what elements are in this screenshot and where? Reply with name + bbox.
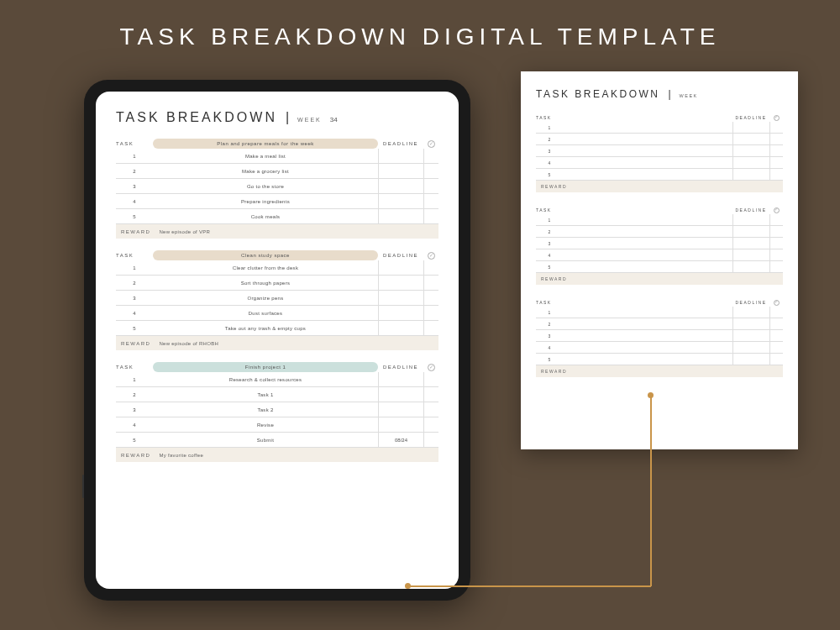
subtask-row: 4Prepare ingredients bbox=[116, 194, 438, 209]
column-deadline-label: DEADLINE bbox=[378, 363, 423, 371]
tablet-screen: TASK BREAKDOWN | WEEK 34 TASKPlan and pr… bbox=[96, 92, 459, 589]
task-block: TASKDEADLINE12345REWARD bbox=[536, 298, 783, 377]
reward-row: REWARDNew episode of RHOBH bbox=[116, 336, 438, 350]
subtask-number: 4 bbox=[116, 199, 153, 204]
subtask-number: 2 bbox=[536, 322, 563, 327]
column-task-label: TASK bbox=[536, 206, 563, 214]
subtask-check-cell bbox=[769, 169, 783, 180]
subtask-text: Task 2 bbox=[153, 407, 378, 412]
check-circle-icon bbox=[774, 207, 780, 213]
subtask-check-cell bbox=[423, 260, 438, 275]
check-circle-icon bbox=[428, 140, 435, 148]
subtask-number: 3 bbox=[116, 184, 153, 189]
page-title: TASK BREAKDOWN DIGITAL TEMPLATE bbox=[0, 0, 840, 50]
column-deadline-label: DEADLINE bbox=[732, 206, 769, 214]
subtask-row: 1Research & collect resources bbox=[116, 372, 438, 387]
subtask-text: Prepare ingredients bbox=[153, 199, 378, 204]
task-block: TASKDEADLINE12345REWARD bbox=[536, 113, 783, 192]
subtask-deadline bbox=[378, 276, 423, 290]
task-header-row: TASKClean study spaceDEADLINE bbox=[116, 250, 438, 260]
subtask-number: 1 bbox=[536, 218, 563, 223]
column-check-header bbox=[769, 207, 783, 213]
reward-row: REWARDMy favorite coffee bbox=[116, 448, 438, 462]
column-deadline-label: DEADLINE bbox=[732, 113, 769, 122]
subtask-number: 3 bbox=[536, 149, 563, 154]
subtask-deadline-empty bbox=[732, 330, 769, 341]
subtask-row: 4 bbox=[536, 342, 783, 354]
task-title-chip: Clean study space bbox=[153, 250, 378, 260]
week-label: WEEK bbox=[680, 93, 698, 98]
subtask-check-cell bbox=[769, 157, 783, 168]
subtask-row: 3Go to the store bbox=[116, 179, 438, 194]
subtask-deadline-empty bbox=[732, 342, 769, 353]
task-title-chip: Plan and prepare meals for the week bbox=[153, 139, 378, 149]
subtask-deadline bbox=[378, 306, 423, 320]
reward-label: REWARD bbox=[541, 276, 567, 281]
column-deadline-label: DEADLINE bbox=[378, 139, 423, 148]
title-divider: | bbox=[286, 110, 289, 125]
subtask-deadline bbox=[378, 194, 423, 208]
subtask-number: 2 bbox=[536, 229, 563, 234]
subtask-deadline bbox=[378, 321, 423, 335]
subtask-check-cell bbox=[769, 249, 783, 260]
subtask-number: 5 bbox=[116, 438, 153, 443]
subtask-number: 3 bbox=[536, 333, 563, 339]
subtask-deadline-empty bbox=[732, 318, 769, 329]
subtask-text: Task 1 bbox=[153, 392, 378, 397]
subtask-check-cell bbox=[769, 261, 783, 272]
subtask-row: 2 bbox=[536, 134, 783, 145]
check-circle-icon bbox=[774, 115, 780, 121]
subtask-check-cell bbox=[423, 433, 438, 447]
subtask-row: 3 bbox=[536, 238, 783, 249]
tablet-device: TASK BREAKDOWN | WEEK 34 TASKPlan and pr… bbox=[84, 80, 470, 601]
subtask-check-cell bbox=[769, 214, 783, 225]
subtask-row: 5Cook meals bbox=[116, 209, 438, 224]
subtask-deadline-empty bbox=[732, 354, 769, 365]
subtask-deadline bbox=[378, 149, 423, 163]
subtask-deadline-empty bbox=[732, 226, 769, 237]
subtask-text: Dust surfaces bbox=[153, 311, 378, 316]
subtask-number: 4 bbox=[116, 311, 153, 316]
subtask-deadline-empty bbox=[732, 249, 769, 260]
subtask-number: 1 bbox=[116, 377, 153, 382]
subtask-check-cell bbox=[769, 145, 783, 156]
task-header-row: TASKPlan and prepare meals for the weekD… bbox=[116, 139, 438, 149]
subtask-check-cell bbox=[423, 306, 438, 320]
blank-template-page: TASK BREAKDOWN | WEEK TASKDEADLINE12345R… bbox=[521, 71, 798, 449]
subtask-deadline bbox=[378, 209, 423, 223]
subtask-check-cell bbox=[423, 372, 438, 386]
week-number: 34 bbox=[330, 116, 338, 123]
reward-text: New episode of RHOBH bbox=[159, 341, 218, 346]
subtask-check-cell bbox=[769, 342, 783, 353]
reward-row: REWARD bbox=[536, 365, 783, 377]
subtask-deadline-empty bbox=[732, 134, 769, 144]
subtask-deadline: 08/24 bbox=[378, 433, 423, 447]
subtask-deadline-empty bbox=[732, 169, 769, 180]
subtask-check-cell bbox=[423, 149, 438, 163]
subtask-row: 5 bbox=[536, 169, 783, 181]
subtask-row: 2Task 1 bbox=[116, 387, 438, 402]
subtask-deadline-empty bbox=[732, 214, 769, 225]
task-header-row: TASKDEADLINE bbox=[536, 206, 783, 214]
reward-label: REWARD bbox=[121, 453, 150, 458]
subtask-deadline bbox=[378, 417, 423, 432]
subtask-row: 4Dust surfaces bbox=[116, 306, 438, 321]
check-circle-icon bbox=[774, 300, 780, 306]
column-deadline-label: DEADLINE bbox=[732, 298, 769, 307]
subtask-text: Clear clutter from the desk bbox=[153, 265, 378, 270]
planner-title: TASK BREAKDOWN bbox=[116, 110, 277, 125]
subtask-text: Submit bbox=[153, 438, 378, 443]
subtask-row: 4Revise bbox=[116, 417, 438, 433]
column-task-label: TASK bbox=[116, 363, 153, 371]
subtask-number: 3 bbox=[536, 241, 563, 246]
subtask-row: 1Make a meal list bbox=[116, 149, 438, 164]
subtask-number: 5 bbox=[116, 214, 153, 219]
subtask-number: 2 bbox=[536, 137, 563, 142]
subtask-number: 2 bbox=[116, 392, 153, 397]
column-check-header bbox=[769, 300, 783, 306]
task-block: TASKPlan and prepare meals for the weekD… bbox=[116, 139, 438, 239]
subtask-number: 5 bbox=[116, 326, 153, 331]
reward-label: REWARD bbox=[121, 341, 150, 346]
subtask-deadline bbox=[378, 260, 423, 275]
blank-blocks-container: TASKDEADLINE12345REWARDTASKDEADLINE12345… bbox=[536, 113, 783, 377]
